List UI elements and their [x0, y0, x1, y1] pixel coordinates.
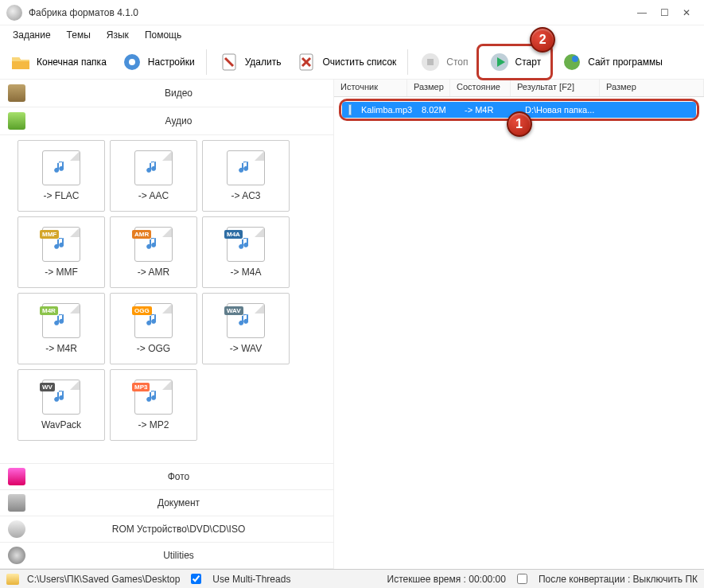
maximize-button[interactable]: ☐	[653, 5, 675, 21]
th-state[interactable]: Состояние	[450, 80, 511, 96]
category-document[interactable]: Документ	[0, 490, 333, 516]
format-label: -> AMR	[138, 267, 169, 278]
category-photo[interactable]: Фото	[0, 464, 333, 490]
category-audio[interactable]: Аудио	[0, 107, 333, 135]
format-item[interactable]: AMR-> AMR	[110, 216, 197, 288]
minimize-button[interactable]: —	[631, 5, 653, 21]
menu-task[interactable]: Задание	[6, 28, 57, 42]
site-label: Сайт программы	[588, 56, 663, 68]
format-item[interactable]: M4A-> M4A	[202, 216, 290, 288]
format-badge: OGG	[132, 306, 152, 315]
format-item[interactable]: M4R-> M4R	[18, 293, 105, 364]
th-size2[interactable]: Размер	[600, 80, 704, 96]
menu-themes[interactable]: Темы	[60, 28, 97, 42]
format-badge: AMR	[132, 230, 151, 239]
video-label: Видео	[32, 88, 325, 99]
stop-icon	[419, 51, 441, 73]
cell-result: D:\Новая папка...	[520, 105, 694, 115]
start-highlight: Старт 2	[476, 44, 554, 80]
format-thumb-icon: OGG	[134, 303, 173, 338]
format-label: -> WAV	[230, 343, 262, 354]
format-thumb-icon: MP3	[134, 380, 173, 415]
format-label: -> FLAC	[43, 190, 79, 201]
output-folder-label: Конечная папка	[37, 56, 107, 68]
clear-button[interactable]: Очистить список	[289, 48, 403, 76]
format-label: -> MMF	[45, 267, 78, 278]
after-checkbox[interactable]	[517, 574, 527, 584]
format-item[interactable]: MMF-> MMF	[18, 216, 105, 288]
audio-icon	[8, 112, 25, 130]
format-item[interactable]: -> AAC	[110, 140, 197, 212]
format-item[interactable]: MP3-> MP2	[110, 369, 197, 441]
note-icon	[53, 159, 69, 177]
titlebar: Фабрика форматов 4.1.0 — ☐ ✕	[0, 0, 704, 25]
clear-label: Очистить список	[322, 56, 396, 68]
th-size[interactable]: Размер	[407, 80, 450, 96]
svg-point-11	[564, 54, 580, 70]
rom-label: ROM Устройство\DVD\CD\ISO	[32, 524, 325, 535]
step-badge-1: 1	[507, 111, 532, 137]
category-tabs-top: Видео Аудио	[0, 80, 333, 135]
menu-help[interactable]: Помощь	[138, 28, 188, 42]
menu-language[interactable]: Язык	[100, 28, 135, 42]
clear-icon	[295, 51, 317, 73]
folder-icon	[10, 51, 32, 73]
statusbar: C:\Users\ПК\Saved Games\Desktop Use Mult…	[0, 569, 704, 588]
note-icon	[53, 388, 69, 407]
format-label: WavPack	[41, 419, 81, 430]
globe-icon	[561, 51, 583, 73]
left-pane: Видео Аудио -> FLAC-> AAC-> AC3MMF-> MMF…	[0, 80, 334, 569]
status-folder-icon[interactable]	[6, 574, 19, 585]
site-button[interactable]: Сайт программы	[554, 48, 669, 76]
format-badge: MP3	[132, 383, 150, 391]
video-icon	[8, 84, 25, 102]
settings-button[interactable]: Настройки	[115, 48, 201, 76]
th-result[interactable]: Результат [F2]	[511, 80, 600, 96]
note-icon	[238, 159, 254, 177]
table-header: Источник Размер Состояние Результат [F2]…	[334, 80, 704, 97]
format-thumb-icon: WAV	[227, 303, 265, 338]
svg-point-1	[129, 59, 135, 65]
status-path: C:\Users\ПК\Saved Games\Desktop	[27, 574, 180, 585]
multithreads-label: Use Multi-Threads	[212, 574, 290, 585]
format-item[interactable]: WVWavPack	[18, 369, 105, 441]
format-thumb-icon: M4A	[227, 227, 265, 262]
menubar: Задание Темы Язык Помощь	[0, 25, 704, 45]
format-badge: M4A	[224, 230, 243, 239]
svg-point-12	[572, 56, 578, 62]
note-icon	[146, 159, 161, 177]
close-button[interactable]: ✕	[675, 5, 698, 21]
format-thumb-icon	[227, 150, 265, 185]
format-label: -> OGG	[137, 343, 170, 354]
multithreads-checkbox[interactable]	[191, 574, 201, 584]
stop-label: Стоп	[446, 56, 468, 68]
format-item[interactable]: -> FLAC	[18, 140, 105, 212]
format-thumb-icon: WV	[42, 380, 80, 415]
format-badge: WAV	[224, 306, 243, 315]
format-item[interactable]: -> AC3	[202, 140, 290, 212]
gear-icon	[121, 51, 143, 73]
photo-icon	[8, 468, 25, 485]
category-rom[interactable]: ROM Устройство\DVD\CD\ISO	[0, 516, 333, 543]
svg-rect-8	[427, 59, 434, 65]
th-source[interactable]: Источник	[334, 80, 407, 96]
category-video[interactable]: Видео	[0, 80, 333, 107]
window-title: Фабрика форматов 4.1.0	[29, 7, 631, 18]
format-badge: M4R	[40, 306, 58, 315]
right-pane: Источник Размер Состояние Результат [F2]…	[334, 80, 704, 569]
document-label: Документ	[32, 497, 325, 508]
document-icon	[8, 494, 25, 512]
file-icon	[344, 104, 356, 115]
delete-icon	[218, 51, 240, 73]
toolbar-separator	[407, 49, 408, 75]
format-scroll[interactable]: -> FLAC-> AAC-> AC3MMF-> MMFAMR-> AMRM4A…	[0, 135, 333, 464]
category-utilities[interactable]: Utilities	[0, 543, 333, 569]
format-item[interactable]: WAV-> WAV	[202, 293, 290, 364]
stop-button[interactable]: Стоп	[413, 48, 474, 76]
delete-button[interactable]: Удалить	[212, 48, 288, 76]
format-label: -> M4R	[45, 343, 77, 354]
output-folder-button[interactable]: Конечная папка	[3, 48, 113, 76]
format-item[interactable]: OGG-> OGG	[110, 293, 197, 364]
start-label: Старт	[515, 56, 542, 68]
start-icon	[488, 51, 511, 73]
